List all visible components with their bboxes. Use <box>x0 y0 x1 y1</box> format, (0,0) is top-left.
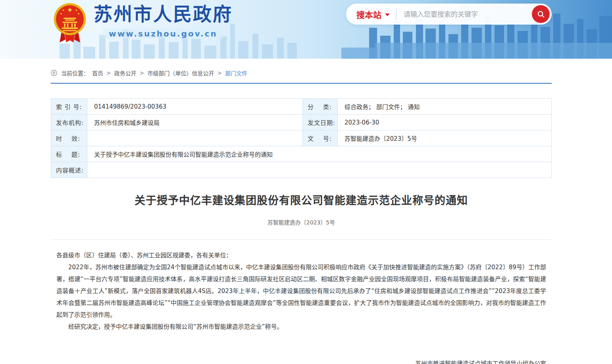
search-icon <box>537 10 545 19</box>
svg-text:★: ★ <box>77 12 80 15</box>
doc-signature: 苏州市推进智能建造试点城市工作领导小组办公室 <box>415 359 546 364</box>
body-divider <box>51 239 552 240</box>
search-divider <box>396 9 396 20</box>
breadcrumb-separator: > <box>140 70 144 76</box>
meta-summary-label: 内容概述: <box>51 162 87 178</box>
breadcrumb-gov-info[interactable]: 政务公开 <box>114 69 137 77</box>
breadcrumb-dept-disclosure[interactable]: 市级部门（单位）信息公开 <box>147 69 214 77</box>
meta-summary-value <box>87 162 552 178</box>
table-row: 时 效: 文 号: 苏智能建造办〔2023〕5号 <box>51 130 552 146</box>
meta-agency-label: 发布机构: <box>51 115 87 130</box>
site-header: ★ ★ ★ ★ ★ 苏州市人民政府 www.suzhou.gov.cn 搜本站 <box>0 0 612 59</box>
breadcrumb-dept-documents[interactable]: 部门文件 <box>225 69 247 77</box>
table-row: 内容概述: <box>51 162 552 178</box>
main-content: 当前位置： 首页 > 政务公开 > 市级部门（单位）信息公开 > 部门文件 索 … <box>51 69 552 364</box>
meta-index-value: 014149869/2023-00363 <box>87 99 303 115</box>
svg-text:★: ★ <box>75 8 78 12</box>
chevron-down-icon <box>385 13 390 16</box>
site-title: 苏州市人民政府 <box>94 2 233 26</box>
breadcrumb-label: 当前位置： <box>61 69 89 77</box>
meta-category-label: 分 类: <box>303 99 338 115</box>
meta-title-label: 标 题: <box>51 146 87 162</box>
meta-category-value: 综合政务； 部门文件； 通知 <box>338 99 552 115</box>
breadcrumb-divider <box>51 83 552 84</box>
table-row: 索 引 号: 014149869/2023-00363 分 类: 综合政务； 部… <box>51 99 552 115</box>
meta-docnum-label: 文 号: <box>303 130 338 146</box>
meta-validity-value <box>87 130 303 146</box>
meta-title-value: 关于授予中亿丰建设集团股份有限公司智能建造示范企业称号的通知 <box>87 146 552 162</box>
breadcrumb-separator: > <box>217 70 222 76</box>
search-scope-dropdown[interactable]: 搜本站 <box>356 8 390 20</box>
document-meta-table: 索 引 号: 014149869/2023-00363 分 类: 综合政务； 部… <box>51 98 552 178</box>
search-scope-label: 搜本站 <box>356 8 381 20</box>
doc-salutation: 各县级市（区）住建局（委）、苏州工业园区规建委，各有关单位： <box>56 249 546 261</box>
meta-date-value: 2023-06-30 <box>338 115 552 130</box>
doc-footer: 苏州市推进智能建造试点城市工作领导小组办公室 2023年6月29日 <box>415 359 546 364</box>
location-icon <box>51 70 57 76</box>
search-button[interactable] <box>532 5 550 23</box>
site-logo[interactable]: ★ ★ ★ ★ ★ 苏州市人民政府 www.suzhou.gov.cn <box>52 2 233 48</box>
table-row: 发布机构: 苏州市住房和城乡建设局 发文日期: 2023-06-30 <box>51 115 552 130</box>
svg-text:★: ★ <box>62 8 65 12</box>
meta-agency-value: 苏州市住房和城乡建设局 <box>87 115 303 130</box>
table-row: 标 题: 关于授予中亿丰建设集团股份有限公司智能建造示范企业称号的通知 <box>51 146 552 162</box>
meta-docnum-value: 苏智能建造办〔2023〕5号 <box>338 130 552 146</box>
meta-validity-label: 时 效: <box>51 130 87 146</box>
doc-paragraph: 经研究决定，授予中亿丰建设集团股份有限公司“苏州市智能建造示范企业”称号。 <box>56 321 546 333</box>
meta-date-label: 发文日期: <box>303 115 338 130</box>
doc-body: 各县级市（区）住建局（委）、苏州工业园区规建委，各有关单位： 2022年，苏州市… <box>51 249 552 333</box>
meta-index-label: 索 引 号: <box>51 99 87 115</box>
svg-text:★: ★ <box>60 12 63 15</box>
search-bar: 搜本站 <box>346 4 552 25</box>
search-input[interactable] <box>403 10 532 19</box>
breadcrumb-home[interactable]: 首页 <box>92 69 103 77</box>
page-title: 关于授予中亿丰建设集团股份有限公司智能建造示范企业称号的通知 <box>51 192 552 207</box>
breadcrumb: 当前位置： 首页 > 政务公开 > 市级部门（单位）信息公开 > 部门文件 <box>51 69 552 77</box>
national-emblem-icon: ★ ★ ★ ★ ★ <box>52 2 88 48</box>
svg-text:★: ★ <box>67 6 73 13</box>
breadcrumb-separator: > <box>106 70 111 76</box>
site-url: www.suzhou.gov.cn <box>103 29 223 39</box>
doc-paragraph: 2022年，苏州市被住建部确定为全国24个智能建造试点城市以来，中亿丰建设集团股… <box>56 261 546 321</box>
doc-number: 苏智能建造办〔2023〕5号 <box>51 218 552 226</box>
